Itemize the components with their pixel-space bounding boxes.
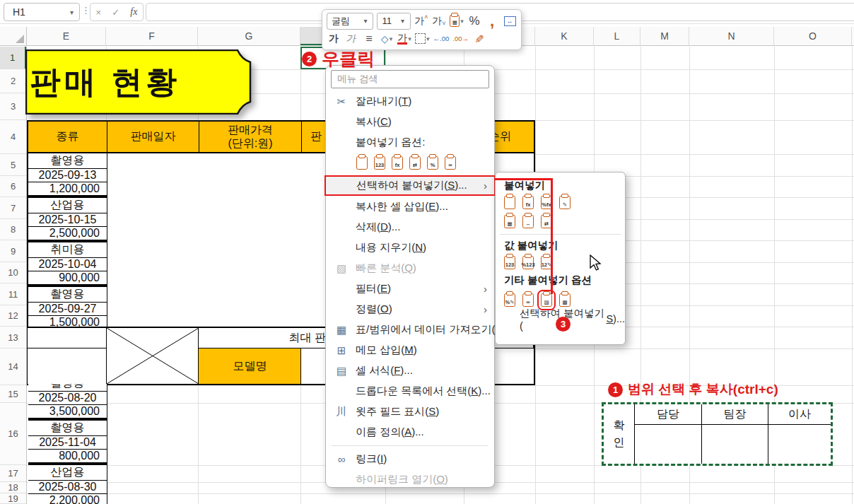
chevron-down-icon[interactable]: ▾ [70,8,79,16]
paste-icon[interactable] [356,156,368,170]
paste-values-icon[interactable]: 123 [504,256,515,269]
row-header-6[interactable]: 6 [0,176,26,197]
paste-no-borders-icon[interactable]: ▦ [504,215,515,228]
cell-price[interactable]: 1,200,000 [28,182,107,196]
row-header-9[interactable]: 9 [0,240,26,262]
header-type[interactable]: 종류 [28,122,107,153]
cell-type[interactable]: 촬영용 [28,153,107,169]
cell-price[interactable]: 2,500,000 [28,227,107,240]
paste-keep-formatting-icon[interactable]: ✎ [559,196,571,209]
row-header-7[interactable]: 7 [0,197,26,219]
column-header-l[interactable]: L [594,27,640,45]
name-box[interactable]: H1 ▾ [4,3,80,21]
menu-item[interactable]: 복사한 셀 삽입(E)... [326,197,494,217]
column-header-f[interactable]: F [106,27,198,45]
column-header-k[interactable]: K [535,27,594,45]
row-header-8[interactable]: 8 [0,219,26,240]
row-header-2[interactable]: 2 [0,69,26,93]
menu-item[interactable]: ∞ 링크(I) [326,449,494,469]
menu-item[interactable]: ▧ 빠른 분석(Q) [326,258,494,279]
cell-e13[interactable] [27,327,107,348]
font-size-select[interactable]: 11▾ [377,13,411,30]
header-date[interactable]: 판매일자 [107,122,199,153]
column-header-e[interactable]: E [27,27,106,45]
fill-color-icon[interactable]: ◇▾ [380,31,394,47]
column-header-g[interactable]: G [198,27,300,45]
increase-font-icon[interactable]: 가˄ [414,13,428,29]
menu-item-paste-special[interactable]: 선택하여 붙여넣기(S)... › [326,177,494,194]
font-color-icon[interactable]: 가▾ [397,31,411,47]
row-header-14[interactable]: 14 [0,348,26,385]
decrease-font-icon[interactable]: 가˅ [432,13,446,29]
signoff-confirm-cell[interactable]: 확 인 [604,404,635,464]
paste-icon[interactable] [504,196,515,209]
copy-format-icon[interactable]: ▦▾ [450,13,464,29]
paste-linked-picture-icon[interactable]: ▩ [559,293,571,307]
menu-item[interactable]: 하이퍼링크 열기(O) [326,469,494,490]
cell-model-label[interactable]: 모델명 [198,348,302,384]
cell-price[interactable]: 900,000 [28,271,107,285]
column-header-o[interactable]: O [774,27,852,45]
row-header-4[interactable]: 4 [0,120,26,154]
row-header-5[interactable]: 5 [0,154,26,176]
row-header-10[interactable]: 10 [0,262,26,283]
cell-date[interactable]: 2025-10-15 [28,213,107,227]
decrease-decimal-icon[interactable]: ←.00 [433,31,450,47]
menu-item[interactable]: 내용 지우기(N) [326,238,494,258]
paste-formulas-icon[interactable]: fx [522,196,534,209]
menu-item[interactable]: 삭제(D)... [326,217,494,238]
paste-formatting-icon[interactable]: %✎ [504,293,515,307]
row-header-12[interactable]: 12 [0,305,26,327]
signoff-header-cell[interactable]: 담당 [635,404,702,425]
paste-formulas-icon[interactable]: fx [392,156,403,170]
menu-item[interactable]: ▦ 표/범위에서 데이터 가져오기(G)... [326,320,494,340]
cell-date[interactable]: 2025-08-20 [28,392,107,405]
cell-date[interactable]: 2025-09-27 [28,303,107,316]
align-icon[interactable]: ≡ [362,31,376,47]
cell-type[interactable]: 촬영용 [28,421,107,436]
cell-price[interactable]: 800,000 [28,450,107,463]
row-header-13[interactable]: 13 [0,327,26,348]
column-header-m[interactable]: M [640,27,689,45]
signoff-header-cell[interactable]: 팀장 [702,404,768,425]
paste-values-numberformat-icon[interactable]: %123 [522,256,534,269]
menu-item[interactable]: ▤ 셀 서식(F)... [326,361,494,381]
row-headers[interactable]: 12345678910111213141516171819 [0,47,27,504]
signoff-header-cell[interactable]: 이사 [768,404,831,425]
paste-link-icon[interactable]: ∞ [445,156,456,170]
cell-type[interactable]: 산업용 [28,198,107,213]
row-header-19[interactable]: 19 [0,493,26,504]
row-header-18[interactable]: 18 [0,482,26,493]
row-header-3[interactable]: 3 [0,93,26,120]
cell-date[interactable]: 2025-10-04 [28,258,107,271]
font-name-select[interactable]: 굴림▾ [327,13,373,30]
menu-item[interactable]: 이름 정의(A)... [326,422,494,443]
cell-price[interactable]: 2,200,000 [28,494,107,504]
cell-f13-f14-crossed[interactable] [106,327,199,384]
signoff-table-copied-range[interactable]: 확 인 담당 팀장 이사 [602,402,833,466]
menu-item[interactable]: 필터(E) › [326,279,494,299]
paste-link-icon[interactable]: ∞ [522,293,534,307]
paste-values-icon[interactable]: 123 [374,156,385,170]
bold-icon[interactable]: 가 [327,31,341,47]
cancel-icon[interactable]: × [96,7,102,18]
menu-item[interactable]: 복사(C) [326,112,494,132]
row-header-15[interactable]: 15 [0,385,26,403]
column-header-n[interactable]: N [689,27,774,45]
menu-item[interactable]: ✂ 잘라내기(T) [326,91,494,112]
cell-date[interactable]: 2025-11-04 [28,436,107,450]
signoff-empty-cell[interactable] [702,425,768,464]
italic-icon[interactable]: 가 [343,31,361,47]
autofit-icon[interactable]: ↔ [503,13,517,29]
paste-column-width-icon[interactable]: ↔ [522,215,534,228]
row-header-17[interactable]: 17 [0,465,26,482]
menu-item[interactable]: 川 윗주 필드 표시(S) [326,402,494,422]
menu-item[interactable]: 붙여넣기 옵션: [326,132,494,153]
select-all-corner[interactable] [0,27,27,45]
cell-type[interactable]: 산업용 [28,465,107,481]
paste-formatting-icon[interactable]: % [427,156,438,170]
cell-date[interactable]: 2025-09-13 [28,169,107,182]
cell-type[interactable]: 취미용 [28,242,107,258]
cell-type[interactable]: 촬영용 [28,287,107,303]
borders-icon[interactable]: ▾ [415,31,430,47]
